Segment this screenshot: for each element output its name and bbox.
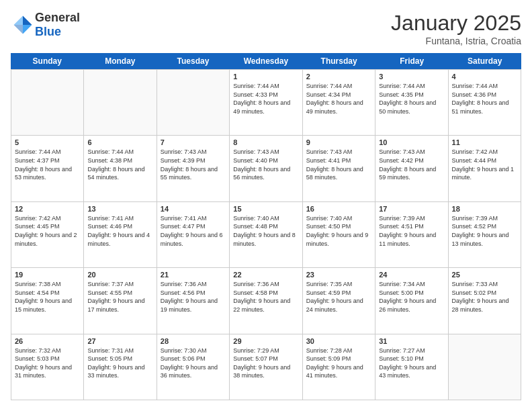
day-info: Sunrise: 7:28 AM Sunset: 5:09 PM Dayligh… <box>306 347 371 380</box>
day-info: Sunrise: 7:27 AM Sunset: 5:10 PM Dayligh… <box>379 347 444 380</box>
day-number: 29 <box>233 337 298 345</box>
day-number: 18 <box>452 205 517 213</box>
calendar-cell: 5Sunrise: 7:44 AM Sunset: 4:37 PM Daylig… <box>11 136 84 201</box>
day-number: 23 <box>306 271 371 279</box>
calendar-cell: 6Sunrise: 7:44 AM Sunset: 4:38 PM Daylig… <box>84 136 157 201</box>
calendar-cell: 30Sunrise: 7:28 AM Sunset: 5:09 PM Dayli… <box>303 334 375 400</box>
svg-marker-1 <box>23 25 32 34</box>
day-info: Sunrise: 7:43 AM Sunset: 4:41 PM Dayligh… <box>306 148 371 181</box>
calendar-cell: 4Sunrise: 7:44 AM Sunset: 4:36 PM Daylig… <box>449 70 521 135</box>
calendar-cell: 9Sunrise: 7:43 AM Sunset: 4:41 PM Daylig… <box>303 136 375 201</box>
calendar-cell: 2Sunrise: 7:44 AM Sunset: 4:34 PM Daylig… <box>303 70 375 135</box>
calendar-cell: 22Sunrise: 7:36 AM Sunset: 4:58 PM Dayli… <box>230 268 302 333</box>
day-info: Sunrise: 7:40 AM Sunset: 4:50 PM Dayligh… <box>306 214 371 248</box>
calendar-cell <box>449 334 521 400</box>
day-info: Sunrise: 7:43 AM Sunset: 4:40 PM Dayligh… <box>233 148 298 181</box>
day-info: Sunrise: 7:37 AM Sunset: 4:55 PM Dayligh… <box>87 280 152 314</box>
calendar-cell: 26Sunrise: 7:32 AM Sunset: 5:03 PM Dayli… <box>11 334 84 400</box>
day-number: 22 <box>233 271 298 279</box>
logo-blue: Blue <box>35 25 80 39</box>
calendar-cell: 11Sunrise: 7:42 AM Sunset: 4:44 PM Dayli… <box>449 136 521 201</box>
subtitle: Funtana, Istria, Croatia <box>391 36 521 46</box>
day-info: Sunrise: 7:44 AM Sunset: 4:33 PM Dayligh… <box>233 82 298 116</box>
day-number: 26 <box>15 337 80 345</box>
day-number: 27 <box>87 337 152 345</box>
day-number: 2 <box>306 73 371 81</box>
day-number: 25 <box>452 271 517 279</box>
calendar-cell: 27Sunrise: 7:31 AM Sunset: 5:05 PM Dayli… <box>84 334 157 400</box>
calendar-body: 1Sunrise: 7:44 AM Sunset: 4:33 PM Daylig… <box>11 69 521 400</box>
day-number: 8 <box>233 138 298 146</box>
calendar-week: 1Sunrise: 7:44 AM Sunset: 4:33 PM Daylig… <box>11 70 521 136</box>
day-info: Sunrise: 7:34 AM Sunset: 5:00 PM Dayligh… <box>379 280 444 314</box>
day-info: Sunrise: 7:30 AM Sunset: 5:06 PM Dayligh… <box>161 347 226 380</box>
day-number: 4 <box>452 73 517 81</box>
calendar-cell: 8Sunrise: 7:43 AM Sunset: 4:40 PM Daylig… <box>230 136 302 201</box>
day-number: 12 <box>15 205 80 213</box>
weekday-header: Wednesday <box>230 53 303 69</box>
day-info: Sunrise: 7:31 AM Sunset: 5:05 PM Dayligh… <box>87 347 152 380</box>
day-number: 1 <box>233 73 298 81</box>
day-number: 16 <box>306 205 371 213</box>
calendar-cell <box>84 70 157 135</box>
day-info: Sunrise: 7:39 AM Sunset: 4:51 PM Dayligh… <box>379 214 444 248</box>
day-info: Sunrise: 7:41 AM Sunset: 4:46 PM Dayligh… <box>87 214 152 248</box>
day-info: Sunrise: 7:29 AM Sunset: 5:07 PM Dayligh… <box>233 347 298 380</box>
calendar-cell: 10Sunrise: 7:43 AM Sunset: 4:42 PM Dayli… <box>375 136 448 201</box>
calendar-cell: 25Sunrise: 7:33 AM Sunset: 5:02 PM Dayli… <box>449 268 521 333</box>
calendar-week: 19Sunrise: 7:38 AM Sunset: 4:54 PM Dayli… <box>11 268 521 334</box>
day-info: Sunrise: 7:33 AM Sunset: 5:02 PM Dayligh… <box>452 280 517 314</box>
day-info: Sunrise: 7:35 AM Sunset: 4:59 PM Dayligh… <box>306 280 371 314</box>
weekday-header: Saturday <box>448 53 521 69</box>
calendar-week: 5Sunrise: 7:44 AM Sunset: 4:37 PM Daylig… <box>11 136 521 201</box>
day-number: 19 <box>15 271 80 279</box>
weekday-header: Thursday <box>302 53 375 69</box>
day-number: 6 <box>87 138 152 146</box>
weekday-header: Tuesday <box>157 53 230 69</box>
day-info: Sunrise: 7:38 AM Sunset: 4:54 PM Dayligh… <box>15 280 80 314</box>
day-number: 24 <box>379 271 444 279</box>
calendar-cell: 12Sunrise: 7:42 AM Sunset: 4:45 PM Dayli… <box>11 202 84 267</box>
calendar-cell: 16Sunrise: 7:40 AM Sunset: 4:50 PM Dayli… <box>303 202 375 267</box>
weekday-header: Monday <box>84 53 157 69</box>
calendar-week: 12Sunrise: 7:42 AM Sunset: 4:45 PM Dayli… <box>11 202 521 268</box>
weekday-header: Friday <box>375 53 449 69</box>
day-info: Sunrise: 7:41 AM Sunset: 4:47 PM Dayligh… <box>161 214 226 248</box>
page: General Blue January 2025 Funtana, Istri… <box>0 0 532 411</box>
calendar-week: 26Sunrise: 7:32 AM Sunset: 5:03 PM Dayli… <box>11 334 521 400</box>
logo: General Blue <box>11 11 80 39</box>
calendar-cell: 14Sunrise: 7:41 AM Sunset: 4:47 PM Dayli… <box>157 202 230 267</box>
svg-marker-2 <box>14 16 24 26</box>
title-area: January 2025 Funtana, Istria, Croatia <box>391 11 521 46</box>
svg-marker-3 <box>14 25 24 34</box>
day-info: Sunrise: 7:44 AM Sunset: 4:34 PM Dayligh… <box>306 82 371 116</box>
day-info: Sunrise: 7:36 AM Sunset: 4:56 PM Dayligh… <box>161 280 226 314</box>
calendar-cell <box>11 70 84 135</box>
day-number: 10 <box>379 138 444 146</box>
day-info: Sunrise: 7:39 AM Sunset: 4:52 PM Dayligh… <box>452 214 517 248</box>
day-number: 7 <box>161 138 226 146</box>
day-info: Sunrise: 7:43 AM Sunset: 4:42 PM Dayligh… <box>379 148 444 181</box>
calendar-cell: 18Sunrise: 7:39 AM Sunset: 4:52 PM Dayli… <box>449 202 521 267</box>
day-info: Sunrise: 7:44 AM Sunset: 4:38 PM Dayligh… <box>87 148 152 181</box>
calendar-cell: 13Sunrise: 7:41 AM Sunset: 4:46 PM Dayli… <box>84 202 157 267</box>
month-title: January 2025 <box>391 11 521 36</box>
calendar-cell: 17Sunrise: 7:39 AM Sunset: 4:51 PM Dayli… <box>375 202 448 267</box>
logo-general: General <box>35 11 80 25</box>
day-number: 15 <box>233 205 298 213</box>
day-info: Sunrise: 7:44 AM Sunset: 4:36 PM Dayligh… <box>452 82 517 116</box>
logo-icon <box>11 13 35 37</box>
day-info: Sunrise: 7:44 AM Sunset: 4:35 PM Dayligh… <box>379 82 444 116</box>
day-number: 20 <box>87 271 152 279</box>
calendar-cell: 23Sunrise: 7:35 AM Sunset: 4:59 PM Dayli… <box>303 268 375 333</box>
day-info: Sunrise: 7:44 AM Sunset: 4:37 PM Dayligh… <box>15 148 80 181</box>
day-info: Sunrise: 7:42 AM Sunset: 4:44 PM Dayligh… <box>452 148 517 181</box>
day-number: 28 <box>161 337 226 345</box>
day-info: Sunrise: 7:36 AM Sunset: 4:58 PM Dayligh… <box>233 280 298 314</box>
calendar-cell: 3Sunrise: 7:44 AM Sunset: 4:35 PM Daylig… <box>375 70 448 135</box>
calendar-header: SundayMondayTuesdayWednesdayThursdayFrid… <box>11 53 521 69</box>
calendar-cell: 20Sunrise: 7:37 AM Sunset: 4:55 PM Dayli… <box>84 268 157 333</box>
day-number: 13 <box>87 205 152 213</box>
calendar-cell: 19Sunrise: 7:38 AM Sunset: 4:54 PM Dayli… <box>11 268 84 333</box>
calendar-cell <box>157 70 230 135</box>
